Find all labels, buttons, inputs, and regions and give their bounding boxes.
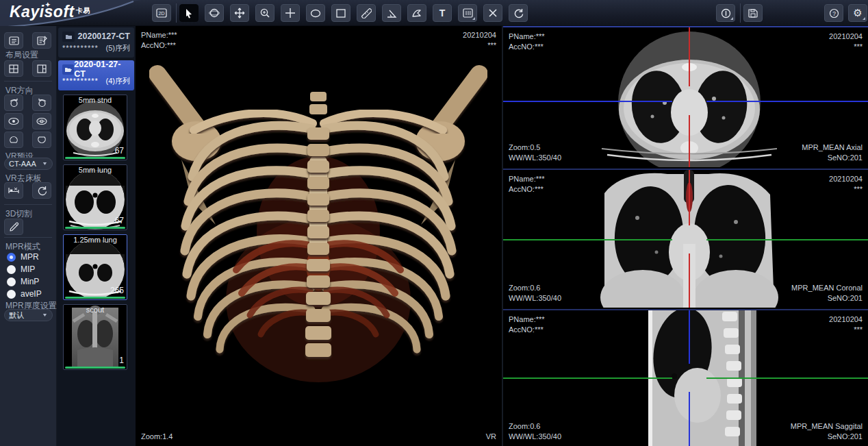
- bed-reset-button[interactable]: [32, 182, 51, 199]
- coronal-crosshair-vertical-top[interactable]: [689, 170, 690, 225]
- info-icon: [721, 8, 731, 18]
- radio-icon: [7, 265, 16, 274]
- 2d-icon: 2D: [159, 11, 165, 16]
- delete-annotation-button[interactable]: [483, 4, 502, 22]
- thumbnail-progress-bar: [65, 297, 125, 299]
- cursor-icon: [184, 8, 194, 18]
- mpr-mode-radio-mpr[interactable]: MPR: [7, 252, 39, 262]
- crosshair-tool-button[interactable]: [281, 4, 300, 22]
- vr-view-feet-button[interactable]: [32, 132, 51, 148]
- scalpel-icon: [9, 222, 19, 232]
- sagittal-crosshair-horizontal-left[interactable]: [503, 377, 672, 379]
- info-button[interactable]: [716, 4, 735, 22]
- layout-2d-button[interactable]: 2D: [152, 4, 171, 22]
- save-button[interactable]: [743, 4, 763, 22]
- angle-icon: [387, 9, 397, 18]
- rotate-left-icon: [9, 98, 19, 108]
- study-patient-id: **********: [62, 77, 99, 85]
- series-list-button[interactable]: [4, 32, 23, 49]
- pan-icon: [234, 8, 245, 18]
- app-logo-cn: 卡易: [76, 7, 90, 14]
- vr-overlay-bottom-left: Zoom:1.4: [141, 432, 173, 442]
- remove-bed-button[interactable]: [4, 182, 23, 199]
- sagittal-crosshair-vertical-top[interactable]: [689, 310, 690, 364]
- axial-overlay-bottom-right: MPR_MEAN Axial SeNO:201: [802, 143, 863, 163]
- axial-crosshair-horizontal-right[interactable]: [706, 101, 868, 102]
- radio-icon: [7, 277, 16, 286]
- coronal-crosshair-vertical-bottom[interactable]: [689, 253, 690, 308]
- zoom-tool-button[interactable]: [255, 4, 275, 22]
- vr-viewport[interactable]: PName:*** AccNO:*** 20210204 *** Zoom:1.…: [136, 26, 502, 446]
- help-button[interactable]: ?: [824, 4, 843, 22]
- mpr-mode-radio-aveip[interactable]: aveIP: [7, 289, 42, 299]
- report-button[interactable]: [32, 32, 51, 49]
- vr-view-posterior-button[interactable]: [32, 113, 51, 129]
- layout-right-column-button[interactable]: [32, 60, 51, 77]
- cobb-angle-button[interactable]: [407, 4, 426, 22]
- cursor-tool-button[interactable]: [179, 4, 199, 22]
- thumbnail-label: scout: [64, 306, 127, 314]
- mpr-mode-section-label: MPR模式: [5, 241, 40, 253]
- axial-crosshair-vertical-bottom[interactable]: [689, 115, 690, 167]
- axial-crosshair-vertical-top[interactable]: [689, 27, 690, 86]
- vr-overlay-top-left: PName:*** AccNO:***: [141, 30, 177, 51]
- masked-value: ***: [829, 184, 863, 195]
- ruler-tool-button[interactable]: [357, 4, 376, 22]
- masked-value: ***: [463, 40, 496, 51]
- ellipse-measure-button[interactable]: [306, 4, 325, 22]
- series-thumbnail-5mm-stnd[interactable]: 5mm stnd 67: [63, 95, 127, 160]
- sagittal-viewport[interactable]: PName:*** AccNO:*** 20210204 *** Zoom:0.…: [503, 309, 868, 446]
- coronal-crosshair-horizontal-right[interactable]: [706, 239, 868, 240]
- sagittal-crosshair-horizontal-right[interactable]: [706, 377, 868, 379]
- rotate-3d-tool-button[interactable]: [205, 4, 224, 22]
- axial-crosshair-horizontal-left[interactable]: [503, 101, 672, 102]
- text-annotation-button[interactable]: T: [433, 4, 452, 22]
- masked-value: ***: [829, 42, 863, 52]
- measure-list-button[interactable]: [458, 4, 477, 22]
- thumbnail-label: 5mm lung: [64, 166, 127, 174]
- gear-icon: ⚙: [853, 7, 862, 19]
- undo-rotate-icon: [37, 186, 47, 196]
- app-logo-text: Kayisoft: [10, 3, 75, 21]
- radio-selected-icon: [7, 253, 16, 262]
- patient-name: PName:***: [509, 32, 545, 42]
- pan-tool-button[interactable]: [230, 4, 249, 22]
- patient-name: PName:***: [509, 174, 545, 184]
- angle-measure-button[interactable]: [382, 4, 401, 22]
- coronal-crosshair-horizontal-left[interactable]: [503, 239, 672, 240]
- text-icon: T: [439, 8, 446, 18]
- series-thumbnail-scout[interactable]: scout 1: [63, 304, 127, 370]
- radio-label: MPR: [21, 252, 39, 262]
- mpr-mode-radio-minp[interactable]: MinP: [7, 277, 39, 286]
- vr-rotate-right-button[interactable]: [32, 95, 51, 111]
- svg-text:?: ?: [832, 10, 836, 16]
- sagittal-crosshair-vertical-bottom[interactable]: [689, 392, 690, 446]
- folder-closed-icon: [62, 32, 75, 42]
- vr-preset-select[interactable]: CT-AAA ▼: [4, 158, 53, 170]
- vr-view-head-button[interactable]: [4, 132, 23, 148]
- sidebar-divider: [4, 237, 52, 238]
- vr-view-anterior-button[interactable]: [4, 113, 23, 129]
- radio-label: MinP: [21, 277, 39, 286]
- rectangle-measure-button[interactable]: [331, 4, 350, 22]
- coronal-viewport[interactable]: PName:*** AccNO:*** 20210204 *** Zoom:0.…: [503, 169, 868, 308]
- layout-grid-button[interactable]: [4, 60, 23, 77]
- study-item[interactable]: 20200127-CT ********** (5)序列: [58, 27, 134, 58]
- axial-viewport[interactable]: PName:*** AccNO:*** 20210204 *** Zoom:0.…: [503, 26, 868, 167]
- series-name: MPR_MEAN Coronal: [791, 283, 863, 293]
- settings-button[interactable]: ⚙: [848, 4, 867, 22]
- radio-label: aveIP: [21, 289, 42, 299]
- mpr-thickness-select[interactable]: 默认 ▼: [4, 309, 53, 321]
- mpr-mode-radio-mip[interactable]: MIP: [7, 264, 35, 274]
- thumbnail-count: 67: [115, 216, 124, 225]
- patient-name: PName:***: [509, 314, 545, 325]
- vr-rotate-left-button[interactable]: [4, 95, 23, 111]
- top-toolbar: Kayisoft卡易 ✦ 2D T: [0, 0, 868, 26]
- scalpel-button[interactable]: [4, 219, 23, 235]
- series-list-icon: [9, 36, 19, 45]
- rectangle-icon: [336, 9, 346, 18]
- reset-tool-button[interactable]: [509, 4, 528, 22]
- study-item-selected[interactable]: 2020-01-27-CT ********** (4)序列: [58, 60, 134, 90]
- series-thumbnail-5mm-lung[interactable]: 5mm lung 67: [63, 164, 127, 230]
- series-thumbnail-1-25mm-lung[interactable]: 1.25mm lung 265: [63, 234, 127, 300]
